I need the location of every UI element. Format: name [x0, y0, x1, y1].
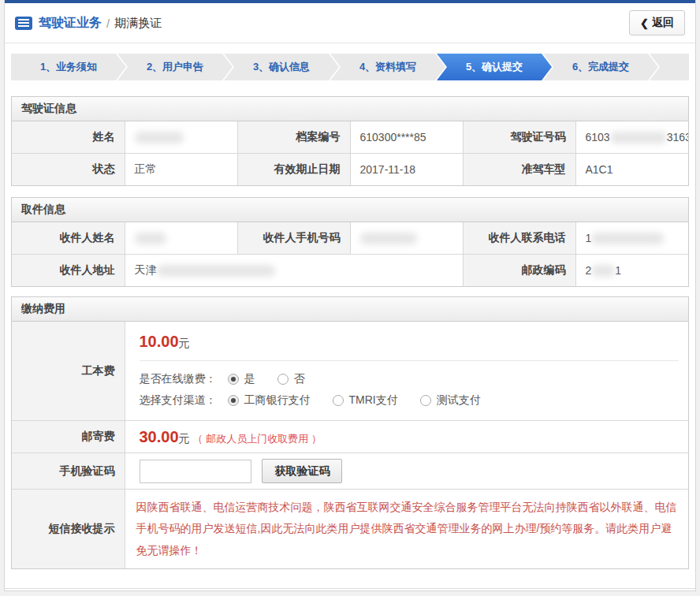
license-section-title: 驾驶证信息: [12, 97, 688, 121]
redacted-recipient-name: [135, 233, 166, 244]
step-2-tab[interactable]: 2、用户申告: [117, 54, 233, 80]
recipient-address-label: 收件人地址: [12, 255, 125, 287]
recipient-phone-value: 1: [575, 222, 688, 255]
channel-option-test[interactable]: 测试支付: [420, 393, 481, 408]
work-fee-amount-line: 10.00元: [140, 333, 680, 351]
mail-fee-unit: 元: [179, 432, 190, 445]
online-pay-option-yes[interactable]: 是: [228, 372, 255, 386]
payment-section: 缴纳费用 工本费 10.00元 是否在线缴费： 是 否 选择支付渠道：: [11, 296, 689, 569]
table-row: 邮寄费 30.00元（ 邮政人员上门收取费用 ）: [12, 421, 688, 453]
get-captcha-button[interactable]: 获取验证码: [262, 459, 342, 483]
list-icon: [15, 17, 32, 30]
recipient-name-label: 收件人姓名: [12, 222, 125, 255]
recipient-phone-label: 收件人联系电话: [463, 222, 575, 255]
pickup-info-table: 收件人姓名 收件人手机号码 收件人联系电话 1 收件人地址 天津 邮政编码 21: [12, 222, 688, 286]
pay-channel-question: 选择支付渠道：: [140, 393, 217, 408]
mail-fee-note: （ 邮政人员上门收取费用 ）: [193, 433, 322, 445]
breadcrumb-separator: /: [106, 17, 110, 30]
mail-fee-amount: 30.00: [140, 428, 179, 445]
footer-actions: 上一步 完成: [5, 588, 695, 591]
step-navigation: 1、业务须知 2、用户申告 3、确认信息 4、资料填写 5、确认提交 6、完成提…: [11, 54, 689, 80]
step-6-tab[interactable]: 6、完成提交: [543, 54, 658, 80]
divider: [140, 360, 680, 361]
license-info-table: 姓名 档案编号 610300****85 驾驶证号码 61033163X 状态 …: [12, 121, 688, 185]
recipient-address-value: 天津: [125, 255, 463, 287]
recipient-mobile-label: 收件人手机号码: [237, 222, 350, 255]
expiry-label: 有效期止日期: [237, 154, 350, 186]
radio-selected-icon[interactable]: [228, 395, 239, 406]
work-fee-cell: 10.00元 是否在线缴费： 是 否 选择支付渠道： 工商银行支付 TMRI支付…: [125, 322, 688, 421]
redacted-address: [157, 265, 275, 277]
payment-section-title: 缴纳费用: [12, 297, 688, 322]
captcha-cell: 获取验证码: [125, 453, 688, 490]
step-3-tab[interactable]: 3、确认信息: [224, 54, 339, 80]
breadcrumb-current: 期满换证: [114, 16, 162, 31]
payment-table: 工本费 10.00元 是否在线缴费： 是 否 选择支付渠道： 工商银行支付 TM…: [12, 322, 688, 568]
pickup-info-section: 取件信息 收件人姓名 收件人手机号码 收件人联系电话 1 收件人地址 天津 邮政…: [11, 197, 689, 287]
license-info-section: 驾驶证信息 姓名 档案编号 610300****85 驾驶证号码 6103316…: [11, 96, 689, 186]
online-pay-option-no[interactable]: 否: [277, 372, 305, 386]
page-title: 驾驶证业务: [39, 15, 102, 32]
redacted-phone: [591, 233, 664, 244]
status-value: 正常: [125, 154, 237, 186]
back-button[interactable]: ❮ 返回: [629, 10, 685, 35]
postcode-label: 邮政编码: [463, 255, 575, 287]
recipient-name-value: [125, 222, 237, 255]
captcha-input[interactable]: [140, 460, 251, 483]
online-pay-question: 是否在线缴费：: [140, 372, 217, 386]
name-value: [125, 121, 237, 154]
redacted-mobile: [360, 233, 417, 244]
table-row: 工本费 10.00元 是否在线缴费： 是 否 选择支付渠道： 工商银行支付 TM…: [12, 322, 688, 421]
file-no-value: 610300****85: [350, 121, 463, 154]
back-button-label: 返回: [652, 16, 674, 30]
table-row: 收件人姓名 收件人手机号码 收件人联系电话 1: [12, 222, 688, 255]
license-no-value: 61033163X: [575, 121, 688, 154]
redacted-license-no: [610, 132, 667, 143]
table-row: 收件人地址 天津 邮政编码 21: [12, 255, 688, 287]
sms-notice-label: 短信接收提示: [12, 490, 125, 568]
work-fee-amount: 10.00: [140, 333, 179, 350]
table-row: 手机验证码 获取验证码: [12, 453, 688, 490]
sms-notice-cell: 因陕西省联通、电信运营商技术问题，陕西省互联网交通安全综合服务管理平台无法向持陕…: [125, 490, 688, 568]
online-pay-row: 是否在线缴费： 是 否: [140, 372, 680, 386]
license-no-label: 驾驶证号码: [463, 121, 575, 154]
pay-channel-row: 选择支付渠道： 工商银行支付 TMRI支付 测试支付: [140, 393, 680, 408]
table-row: 短信接收提示 因陕西省联通、电信运营商技术问题，陕西省互联网交通安全综合服务管理…: [12, 490, 688, 568]
step-1-tab[interactable]: 1、业务须知: [11, 54, 126, 80]
table-row: 状态 正常 有效期止日期 2017-11-18 准驾车型 A1C1: [12, 154, 688, 186]
vehicle-type-value: A1C1: [575, 154, 688, 186]
step-4-tab[interactable]: 4、资料填写: [330, 54, 445, 80]
channel-option-tmri[interactable]: TMRI支付: [333, 393, 398, 408]
name-label: 姓名: [12, 121, 125, 154]
recipient-mobile-value: [350, 222, 463, 255]
redacted-name: [135, 132, 184, 143]
work-fee-unit: 元: [179, 337, 190, 349]
sms-notice-text: 因陕西省联通、电信运营商技术问题，陕西省互联网交通安全综合服务管理平台无法向持陕…: [136, 497, 678, 561]
step-5-tab-active[interactable]: 5、确认提交: [437, 54, 552, 80]
main-panel: 驾驶证业务 / 期满换证 ❮ 返回 1、业务须知 2、用户申告 3、确认信息 4…: [4, 0, 696, 591]
chevron-left-icon: ❮: [640, 17, 649, 29]
captcha-label: 手机验证码: [12, 453, 125, 490]
radio-unselected-icon[interactable]: [277, 374, 289, 385]
channel-option-icbc[interactable]: 工商银行支付: [228, 393, 311, 408]
postcode-value: 21: [575, 255, 688, 287]
pickup-section-title: 取件信息: [12, 198, 688, 222]
mail-fee-cell: 30.00元（ 邮政人员上门收取费用 ）: [125, 421, 688, 453]
status-label: 状态: [12, 154, 125, 186]
work-fee-label: 工本费: [12, 322, 125, 421]
expiry-value: 2017-11-18: [350, 154, 463, 186]
mail-fee-label: 邮寄费: [12, 421, 125, 453]
radio-selected-icon[interactable]: [228, 374, 239, 385]
radio-unselected-icon[interactable]: [333, 395, 344, 406]
vehicle-type-label: 准驾车型: [463, 154, 575, 186]
radio-unselected-icon[interactable]: [420, 395, 431, 406]
table-row: 姓名 档案编号 610300****85 驾驶证号码 61033163X: [12, 121, 688, 154]
redacted-postcode: [591, 265, 615, 277]
page-header: 驾驶证业务 / 期满换证 ❮ 返回: [5, 3, 695, 43]
file-no-label: 档案编号: [237, 121, 350, 154]
